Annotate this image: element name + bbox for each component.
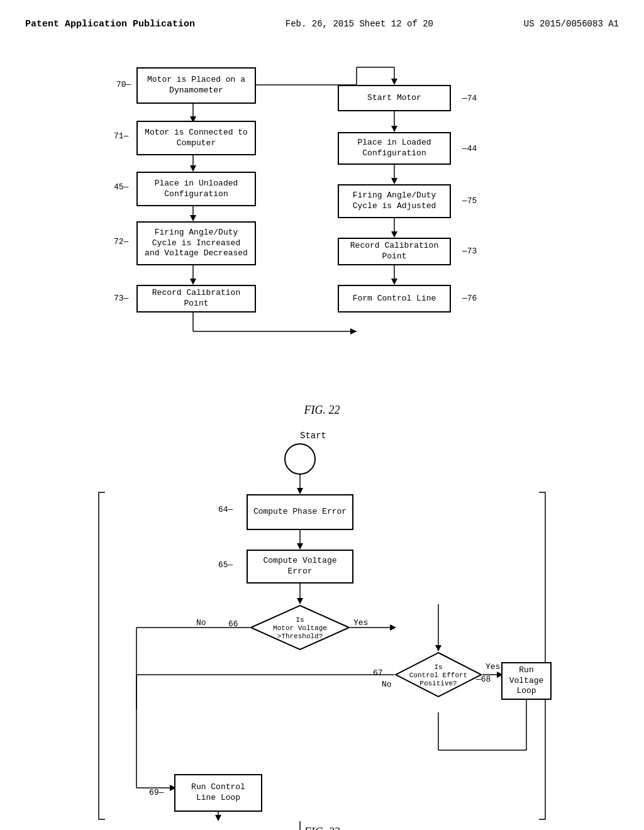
publication-title: Patent Application Publication (25, 19, 195, 30)
box-75: Firing Angle/Duty Cycle is Adjusted (338, 184, 451, 218)
publication-number: US 2015/0056083 A1 (524, 19, 619, 29)
box-73-left: Record Calibration Point (136, 285, 256, 313)
publication-date-sheet: Feb. 26, 2015 Sheet 12 of 20 (286, 19, 433, 29)
box-68: Run Voltage Loop (501, 662, 552, 700)
svg-marker-3 (190, 165, 196, 172)
page-header: Patent Application Publication Feb. 26, … (25, 19, 619, 30)
fig22-container: Motor is Placed on a Dynamometer 70— Mot… (86, 48, 558, 401)
box-71: Motor is Connected to Computer (136, 121, 256, 155)
fig23-container: Start (86, 429, 558, 830)
svg-marker-20 (391, 279, 397, 285)
label-68: —68 (476, 675, 491, 684)
fig22-diagram: Motor is Placed on a Dynamometer 70— Mot… (25, 48, 619, 830)
yes-label-66: Yes (353, 618, 368, 628)
yes-label-67: Yes (486, 662, 500, 672)
svg-marker-14 (391, 126, 397, 132)
fig22-label: FIG. 22 (25, 404, 619, 417)
svg-marker-12 (391, 79, 397, 85)
label-73: 73— (114, 294, 128, 303)
label-74: —74 (462, 94, 477, 103)
box-70: Motor is Placed on a Dynamometer (136, 67, 256, 104)
svg-text:Positive?: Positive? (419, 680, 457, 687)
svg-marker-37 (435, 645, 441, 651)
svg-text:Is: Is (296, 616, 304, 624)
box-73-right: Record Calibration Point (338, 238, 451, 265)
svg-marker-31 (390, 624, 396, 631)
start-circle (284, 443, 316, 475)
label-72: 72— (114, 237, 128, 246)
label-65: 65— (218, 560, 233, 570)
diamond-67: Is Control Effort Positive? (394, 651, 482, 698)
svg-marker-7 (190, 279, 196, 285)
box-64: Compute Phase Error (247, 494, 353, 530)
label-67: 67 (373, 668, 383, 678)
label-75: —75 (462, 196, 477, 206)
svg-marker-5 (190, 215, 196, 221)
svg-text:Is: Is (434, 663, 442, 671)
label-69: 69— (149, 788, 164, 797)
svg-text:Motor Voltage: Motor Voltage (273, 624, 327, 632)
label-76: —76 (462, 294, 477, 303)
box-44: Place in Loaded Configuration (338, 132, 451, 165)
box-72: Firing Angle/Duty Cycle is Increased and… (136, 221, 256, 265)
label-70: 70— (116, 80, 131, 89)
label-64: 64— (218, 505, 233, 514)
box-74: Start Motor (338, 85, 451, 111)
start-label: Start (300, 431, 326, 441)
no-label-67: No (382, 680, 392, 689)
box-76: Form Control Line (338, 285, 451, 313)
label-44: —44 (462, 144, 477, 153)
svg-marker-10 (350, 328, 357, 335)
svg-marker-18 (391, 231, 397, 238)
box-69: Run Control Line Loop (174, 774, 262, 812)
box-65: Compute Voltage Error (247, 550, 353, 584)
svg-text:>Threshold?: >Threshold? (277, 633, 323, 640)
label-66: 66 (228, 619, 238, 629)
label-45: 45— (114, 182, 128, 192)
svg-marker-25 (297, 488, 303, 494)
svg-marker-27 (297, 543, 303, 550)
box-45: Place in Unloaded Configuration (136, 172, 256, 206)
svg-marker-46 (215, 815, 221, 821)
diamond-66: Is Motor Voltage >Threshold? (250, 604, 350, 651)
label-71: 71— (114, 131, 128, 141)
label-73r: —73 (462, 246, 477, 256)
svg-marker-29 (297, 598, 303, 604)
svg-text:Control Effort: Control Effort (409, 672, 467, 679)
no-label-66: No (196, 618, 206, 628)
svg-marker-16 (391, 178, 397, 184)
